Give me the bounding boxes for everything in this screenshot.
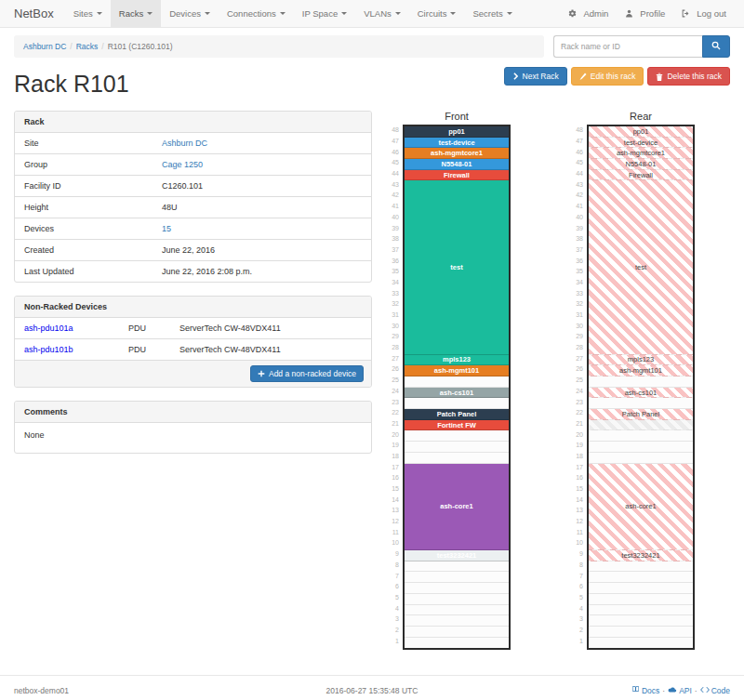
empty-unit-slot[interactable]	[405, 627, 509, 638]
rack-device[interactable]: test-device	[405, 138, 509, 149]
unit-number: 15	[568, 483, 587, 495]
rack-device[interactable]: test-device	[589, 138, 693, 149]
rack-device[interactable]: ash-mgmt101	[405, 365, 509, 376]
rack-device[interactable]: ash-cs101	[589, 388, 693, 399]
unit-number: 5	[568, 592, 587, 603]
device-link[interactable]: ash-pdu101b	[24, 345, 73, 354]
devices-count-link[interactable]: 15	[162, 224, 171, 233]
group-link[interactable]: Cage 1250	[162, 160, 203, 169]
unit-number: 3	[568, 614, 587, 625]
nav-item-circuits[interactable]: Circuits	[409, 0, 465, 27]
nav-item-devices[interactable]: Devices	[161, 0, 219, 27]
rack-device[interactable]: Patch Panel	[405, 409, 509, 420]
nav-item-admin[interactable]: Admin	[560, 0, 617, 27]
nav-item-secrets[interactable]: Secrets	[464, 0, 520, 27]
unit-number: 2	[568, 625, 587, 636]
rack-device[interactable]: test3232421	[589, 550, 693, 561]
empty-unit-slot[interactable]	[589, 605, 693, 616]
rack-device[interactable]: mpls123	[589, 355, 693, 366]
nav-item-ip-space[interactable]: IP Space	[294, 0, 355, 27]
rack-device[interactable]: mpls123	[405, 355, 509, 366]
nav-item-logout[interactable]: Log out	[673, 0, 735, 27]
next-rack-button[interactable]: Next Rack	[504, 67, 567, 86]
unit-number: 35	[568, 266, 587, 277]
code-link[interactable]: Code	[700, 686, 730, 695]
delete-rack-button[interactable]: Delete this rack	[647, 67, 730, 86]
front-elevation: Front 4847464544434241403938373635343332…	[384, 111, 511, 650]
empty-unit-slot[interactable]	[589, 376, 693, 388]
device-link[interactable]: ash-pdu101a	[24, 324, 73, 333]
unit-number: 30	[384, 320, 403, 331]
empty-unit-slot[interactable]	[405, 376, 509, 388]
rack-device[interactable]: ash-cs101	[405, 388, 509, 399]
rack-search-input[interactable]	[553, 35, 702, 58]
rack-device[interactable]: N5548-01	[589, 159, 693, 170]
docs-link[interactable]: Docs	[631, 685, 659, 695]
empty-unit-slot[interactable]	[405, 594, 509, 605]
rack-device[interactable]: Fortinet FW	[405, 420, 509, 431]
rack-device[interactable]: test	[589, 180, 693, 354]
breadcrumb-racks-link[interactable]: Racks	[76, 42, 99, 51]
unit-number: 25	[384, 375, 403, 386]
empty-unit-slot[interactable]	[589, 638, 693, 649]
unit-number: 24	[384, 386, 403, 397]
empty-unit-slot[interactable]	[589, 615, 693, 627]
rack-device[interactable]: Firewall	[589, 170, 693, 181]
rack-device[interactable]: ash-mgmt101	[589, 365, 693, 376]
empty-unit-slot[interactable]	[589, 442, 693, 453]
book-icon	[631, 685, 640, 695]
nav-item-sites[interactable]: Sites	[65, 0, 111, 27]
empty-unit-slot[interactable]	[405, 638, 509, 649]
unit-number: 38	[384, 233, 403, 244]
rack-device[interactable]: test3232421	[405, 550, 509, 561]
empty-unit-slot[interactable]	[405, 572, 509, 583]
empty-unit-slot[interactable]	[405, 583, 509, 594]
empty-unit-slot[interactable]	[405, 453, 509, 464]
empty-unit-slot[interactable]	[589, 430, 693, 442]
empty-unit-slot[interactable]	[589, 453, 693, 464]
non-racked-devices-panel: Non-Racked Devices ash-pdu101a PDU Serve…	[14, 296, 372, 388]
height-value: 48U	[153, 197, 371, 218]
unit-number: 34	[568, 277, 587, 288]
nav-item-connections[interactable]: Connections	[219, 0, 294, 27]
rack-device[interactable]: ash-core1	[405, 464, 509, 551]
rack-device[interactable]: N5548-01	[405, 159, 509, 170]
rack-device[interactable]: test	[405, 180, 509, 354]
empty-unit-slot[interactable]	[589, 398, 693, 409]
search-button[interactable]	[702, 35, 730, 58]
nav-item-racks[interactable]: Racks	[111, 0, 161, 27]
rack-device[interactable]: ash-mgmtcore1	[405, 148, 509, 159]
rack-panel-title: Rack	[15, 112, 371, 133]
empty-unit-slot[interactable]	[589, 583, 693, 594]
table-row: Last UpdatedJune 22, 2016 2:08 p.m.	[15, 261, 371, 282]
api-link[interactable]: API	[668, 686, 692, 695]
empty-unit-slot[interactable]	[589, 561, 693, 573]
breadcrumb-site-link[interactable]: Ashburn DC	[23, 42, 66, 51]
rack-device[interactable]: ash-core1	[589, 464, 693, 551]
nav-item-vlans[interactable]: VLANs	[355, 0, 409, 27]
rack-device[interactable]: Firewall	[405, 170, 509, 181]
rack-device[interactable]: pp01	[589, 126, 693, 138]
empty-unit-slot[interactable]	[405, 442, 509, 453]
unit-number: 18	[384, 451, 403, 462]
unit-number: 29	[384, 331, 403, 342]
empty-unit-slot[interactable]	[589, 572, 693, 583]
brand-netbox[interactable]: NetBox	[0, 0, 65, 27]
add-non-racked-device-button[interactable]: Add a non-racked device	[250, 365, 364, 382]
edit-rack-button[interactable]: Edit this rack	[571, 67, 644, 86]
site-link[interactable]: Ashburn DC	[162, 139, 207, 148]
empty-unit-slot[interactable]	[405, 615, 509, 627]
empty-unit-slot[interactable]	[589, 594, 693, 605]
occupied-unit-rear[interactable]	[589, 420, 693, 431]
empty-unit-slot[interactable]	[405, 430, 509, 442]
empty-unit-slot[interactable]	[405, 561, 509, 573]
empty-unit-slot[interactable]	[405, 605, 509, 616]
empty-unit-slot[interactable]	[405, 398, 509, 409]
empty-unit-slot[interactable]	[589, 627, 693, 638]
rack-device[interactable]: Patch Panel	[589, 409, 693, 420]
unit-number: 8	[384, 560, 403, 571]
nav-item-profile[interactable]: Profile	[617, 0, 673, 27]
rack-device[interactable]: ash-mgmtcore1	[589, 148, 693, 159]
rack-device[interactable]: pp01	[405, 126, 509, 138]
unit-number: 27	[568, 352, 587, 363]
